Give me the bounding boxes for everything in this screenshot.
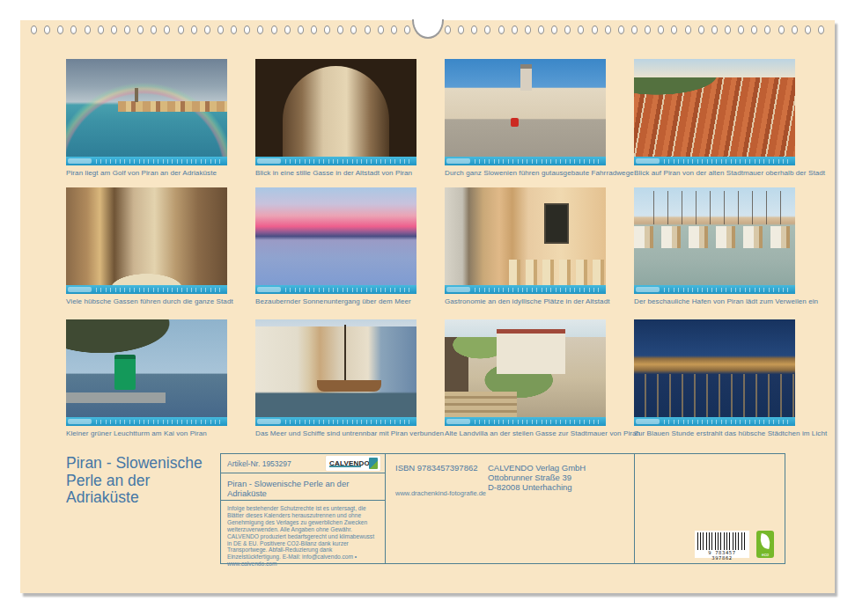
binder-hole bbox=[350, 26, 357, 34]
binder-hole bbox=[551, 26, 557, 34]
month-label-tab bbox=[68, 419, 92, 424]
month-label-tab bbox=[68, 158, 92, 164]
month-label-tab bbox=[636, 158, 660, 164]
binder-hole bbox=[31, 26, 37, 34]
thumbnail-caption: Kleiner grüner Leuchtturm am Kai von Pir… bbox=[66, 429, 227, 437]
month-thumbnail-5: Viele hübsche Gassen führen durch die ga… bbox=[66, 187, 227, 305]
binder-hole bbox=[365, 26, 371, 34]
binder-hole bbox=[711, 26, 718, 34]
binder-hole bbox=[512, 26, 518, 34]
month-label-tab bbox=[446, 419, 470, 424]
binder-hole bbox=[124, 26, 130, 34]
lighthouse-shape bbox=[114, 355, 136, 390]
binder-hole bbox=[751, 26, 757, 34]
binder-hole bbox=[324, 26, 330, 34]
binder-hole bbox=[151, 26, 157, 34]
calendar-date-strip bbox=[634, 417, 795, 426]
binder-hole bbox=[98, 26, 104, 34]
month-thumbnail-11: Alte Landvilla an der steilen Gasse zur … bbox=[445, 319, 606, 437]
leaf-icon bbox=[758, 533, 771, 549]
villa-shape bbox=[497, 329, 566, 374]
arch-shape bbox=[283, 66, 389, 157]
month-thumbnail-8: Der beschauliche Hafen von Piran lädt zu… bbox=[634, 187, 795, 305]
binder-hole bbox=[244, 26, 250, 34]
binder-hole bbox=[685, 26, 691, 34]
photo-square-bicycle bbox=[445, 59, 606, 157]
binder-hole bbox=[44, 26, 50, 34]
binder-hole bbox=[471, 26, 477, 34]
wooden-hull-shape bbox=[317, 380, 381, 392]
stairs-shape bbox=[445, 392, 517, 417]
month-thumbnail-1: Piran liegt am Golf von Piran an der Adr… bbox=[66, 59, 227, 177]
calendar-date-strip bbox=[66, 417, 227, 426]
binder-hole bbox=[85, 26, 91, 34]
month-thumbnail-6: Bezaubernder Sonnenuntergang über dem Me… bbox=[255, 187, 416, 305]
binder-hole bbox=[204, 26, 210, 34]
town-silhouette-shape bbox=[118, 101, 227, 112]
month-thumbnail-4: Blick auf Piran von der alten Stadtmauer… bbox=[634, 59, 795, 177]
month-label-tab bbox=[68, 287, 92, 292]
month-thumbnail-9: Kleiner grüner Leuchtturm am Kai von Pir… bbox=[66, 319, 227, 437]
thumbnail-caption: Das Meer und Schiffe sind untrennbar mit… bbox=[255, 429, 416, 437]
binder-hole bbox=[645, 26, 651, 34]
thumbnail-caption: Piran liegt am Golf von Piran an der Adr… bbox=[66, 169, 227, 177]
calendar-date-strip bbox=[255, 285, 416, 294]
info-column-article: Artikel-Nr. 1953297 CALVENDO Piran - Slo… bbox=[221, 454, 385, 563]
isbn-number: ISBN 9783457397862 bbox=[395, 463, 478, 473]
binder-hole bbox=[564, 26, 571, 34]
menu-board-shape bbox=[544, 203, 568, 245]
sailboat-masts-shape bbox=[640, 191, 788, 224]
month-label-tab bbox=[257, 158, 281, 164]
binder-hole bbox=[618, 26, 624, 34]
thumbnail-caption: Bezaubernder Sonnenuntergang über dem Me… bbox=[255, 297, 416, 305]
binder-hole bbox=[778, 26, 785, 34]
month-label-tab bbox=[257, 419, 281, 424]
binder-hole bbox=[578, 26, 584, 34]
binder-hole bbox=[538, 26, 544, 34]
binder-hole bbox=[57, 26, 63, 34]
binder-hole bbox=[525, 26, 531, 34]
calendar-back-cover: Piran liegt am Golf von Piran an der Adr… bbox=[0, 0, 855, 616]
publisher-address: CALVENDO Verlag GmbH Ottobrunner Straße … bbox=[488, 463, 586, 492]
photo-alley-arch bbox=[255, 59, 416, 157]
binder-hole bbox=[298, 26, 304, 34]
binder-hole bbox=[484, 26, 490, 34]
photo-green-lighthouse bbox=[66, 319, 227, 417]
month-label-tab bbox=[257, 287, 281, 292]
eco-badge-label: eco bbox=[756, 552, 774, 557]
binder-hole bbox=[498, 26, 505, 34]
calendar-date-strip bbox=[445, 417, 606, 426]
month-thumbnail-3: Durch ganz Slowenien führen gutausgebaut… bbox=[445, 59, 606, 177]
calendar-page: Piran liegt am Golf von Piran an der Adr… bbox=[20, 20, 835, 593]
calvendo-logo-tagline bbox=[329, 466, 361, 467]
binder-hole bbox=[792, 26, 798, 34]
photo-old-villa bbox=[445, 319, 606, 417]
calendar-date-strip bbox=[634, 285, 795, 294]
binder-hole bbox=[738, 26, 744, 34]
publisher-info-box: Artikel-Nr. 1953297 CALVENDO Piran - Slo… bbox=[220, 453, 785, 564]
light-reflections-shape bbox=[634, 374, 795, 417]
calvendo-page-icon bbox=[369, 458, 378, 469]
calvendo-logo: CALVENDO bbox=[326, 456, 380, 471]
boats-shape bbox=[634, 226, 795, 247]
calendar-date-strip bbox=[634, 157, 795, 165]
red-pannier-shape bbox=[511, 118, 519, 127]
box-title: Piran - Slowenische Perle an der Adriakü… bbox=[221, 475, 385, 501]
month-label-tab bbox=[636, 287, 660, 292]
binder-hole bbox=[378, 26, 384, 34]
thumbnail-caption: Viele hübsche Gassen führen durch die ga… bbox=[66, 297, 227, 305]
eco-badge: eco bbox=[756, 531, 774, 558]
month-thumbnail-12: Zur Blauen Stunde erstrahlt das hübsche … bbox=[634, 319, 795, 437]
binder-hole bbox=[404, 26, 410, 34]
thumbnail-caption: Alte Landvilla an der steilen Gasse zur … bbox=[445, 429, 606, 437]
calendar-date-strip bbox=[255, 417, 416, 426]
church-spire-shape bbox=[135, 88, 138, 102]
photo-rainbow-over-piran bbox=[66, 59, 227, 157]
binder-hole bbox=[70, 26, 77, 34]
bell-tower-shape bbox=[520, 64, 532, 91]
quay-shape bbox=[66, 392, 166, 403]
photo-harbor-boats bbox=[634, 187, 795, 285]
binder-hole bbox=[164, 26, 170, 34]
binder-hole bbox=[337, 26, 343, 34]
thumbnail-caption: Gastronomie an den idyllische Plätze in … bbox=[445, 297, 606, 305]
